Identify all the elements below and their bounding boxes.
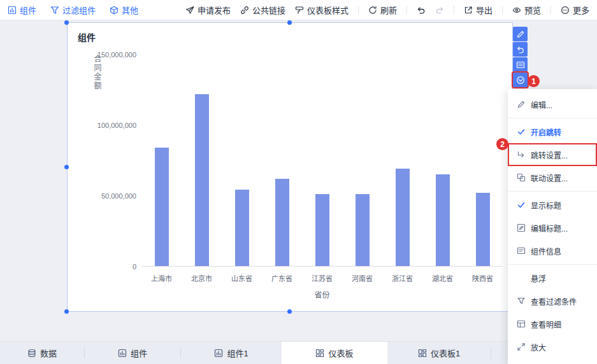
toolbar-divider — [454, 6, 454, 15]
tab-divider — [491, 347, 491, 358]
menu-item-edit-title[interactable]: 编辑标题... — [508, 216, 597, 239]
widget-icon — [8, 6, 17, 15]
menu-item-widget-info[interactable]: 组件信息 — [508, 239, 597, 262]
toolbar-divider — [550, 6, 551, 15]
menu-separator — [508, 264, 597, 265]
menu-item-edit[interactable]: 编辑... — [508, 93, 597, 116]
menu-item-float[interactable]: 悬浮 — [508, 267, 597, 290]
tab-label: 组件 — [131, 347, 147, 359]
menu-item-label: 显示标题 — [531, 200, 561, 211]
tab-dashboard1[interactable]: 仪表板1 — [387, 342, 491, 364]
redo-button[interactable] — [435, 6, 444, 15]
other-widgets-label: 其他 — [122, 4, 138, 16]
menu-item-zoom[interactable]: 放大 — [508, 335, 597, 358]
top-toolbar: 组件 过滤组件 其他 申请发布 公共链接 仪表板样式 刷新 — [0, 0, 597, 20]
menu-item-view-filters[interactable]: 查看过滤条件 — [508, 290, 597, 312]
x-category-label: 江苏省 — [302, 273, 342, 283]
tab-widget1[interactable]: 组件1 — [181, 342, 282, 364]
tab-label: 仪表板1 — [431, 347, 460, 359]
export-icon — [464, 6, 473, 15]
widget-card-button[interactable] — [513, 57, 528, 72]
tab-label: 仪表板 — [328, 347, 353, 359]
bar-上海市[interactable] — [155, 148, 169, 266]
y-tick-label: 50,000,000 — [101, 192, 136, 200]
add-widget-label: 组件 — [20, 4, 36, 16]
x-category-label: 湖北省 — [422, 273, 463, 283]
bar-column — [463, 55, 503, 266]
bar-column — [222, 55, 262, 266]
bar-江苏省[interactable] — [315, 194, 329, 266]
chart-component[interactable]: 组件 合同金额 050,000,000100,000,000150,000,00… — [67, 22, 513, 312]
bar-北京市[interactable] — [195, 94, 209, 266]
annotation-step-1: 1 — [528, 75, 540, 87]
widget-edit-button[interactable] — [513, 27, 528, 41]
tab-widget[interactable]: 组件 — [85, 342, 180, 364]
toolbar-right-group: 申请发布 公共链接 仪表板样式 刷新 导出 预览 — [185, 4, 589, 16]
bar-湖北省[interactable] — [436, 174, 450, 266]
y-tick-label: 100,000,000 — [97, 122, 136, 129]
menu-item-label: 放大 — [531, 342, 546, 353]
refresh-label: 刷新 — [380, 4, 397, 16]
tab-label: 数据 — [40, 347, 57, 359]
menu-item-label: 开启跳转 — [531, 127, 561, 137]
menu-item-view-details[interactable]: 查看明细 — [508, 312, 597, 335]
other-widgets-button[interactable]: 其他 — [110, 4, 138, 16]
more-icon — [561, 6, 570, 15]
table-icon — [517, 319, 526, 328]
tab-data[interactable]: 数据 — [0, 342, 84, 364]
menu-separator — [508, 191, 597, 192]
bar-山东省[interactable] — [235, 190, 249, 266]
widget-more-button[interactable] — [513, 73, 528, 87]
check-icon — [517, 200, 526, 209]
add-widget-button[interactable]: 组件 — [8, 4, 36, 16]
y-axis-ticks: 050,000,000100,000,000150,000,000 — [96, 55, 136, 267]
bar-浙江省[interactable] — [396, 169, 410, 266]
selection-handle-top-left[interactable] — [64, 20, 69, 25]
menu-item-linkage-settings[interactable]: 联动设置... — [508, 166, 597, 189]
preview-label: 预览 — [524, 4, 541, 16]
preview-button[interactable]: 预览 — [512, 4, 541, 16]
linkage-icon — [517, 173, 526, 182]
toolbar-divider — [406, 6, 407, 15]
info-card-icon — [517, 246, 526, 255]
more-button[interactable]: 更多 — [561, 4, 589, 16]
bar-column — [262, 55, 302, 266]
refresh-button[interactable]: 刷新 — [368, 4, 397, 16]
pencil-icon — [516, 30, 525, 39]
toolbar-left-group: 组件 过滤组件 其他 — [8, 4, 138, 16]
public-link-button[interactable]: 公共链接 — [240, 4, 285, 16]
dashboard-style-button[interactable]: 仪表板样式 — [295, 4, 349, 16]
selection-handle-left[interactable] — [64, 165, 69, 169]
annotation-step-2: 2 — [496, 138, 508, 150]
selection-handle-top-center[interactable] — [287, 20, 292, 25]
undo-button[interactable] — [417, 6, 426, 15]
selection-handle-bottom-left[interactable] — [64, 309, 69, 314]
toolbar-divider — [358, 6, 359, 15]
menu-item-show-title[interactable]: 显示标题 — [508, 193, 597, 216]
revert-icon — [516, 45, 525, 54]
add-filter-widget-button[interactable]: 过滤组件 — [50, 4, 96, 16]
add-filter-widget-label: 过滤组件 — [62, 4, 96, 16]
dashboard-icon — [418, 349, 427, 358]
bar-广东省[interactable] — [275, 179, 289, 266]
widget-revert-button[interactable] — [513, 42, 528, 57]
x-category-label: 上海市 — [141, 273, 182, 283]
export-button[interactable]: 导出 — [464, 4, 493, 16]
bar-column — [342, 55, 382, 266]
selection-handle-bottom-center[interactable] — [287, 309, 292, 314]
undo-icon — [417, 6, 426, 15]
edit-title-icon — [517, 223, 526, 232]
card-icon — [516, 60, 525, 69]
tab-dashboard[interactable]: 仪表板 — [282, 342, 387, 364]
bar-陕西省[interactable] — [476, 193, 490, 266]
menu-item-label: 组件信息 — [531, 246, 561, 256]
pencil-icon — [517, 100, 526, 109]
menu-item-jump-settings[interactable]: 跳转设置... — [508, 143, 597, 166]
apply-publish-button[interactable]: 申请发布 — [185, 4, 231, 16]
bar-column — [302, 55, 342, 266]
jump-arrow-icon — [517, 150, 526, 159]
menu-item-enable-jump[interactable]: 开启跳转 — [508, 120, 597, 143]
redo-icon — [435, 6, 444, 15]
menu-item-label: 跳转设置... — [531, 150, 568, 160]
bar-河南省[interactable] — [356, 194, 370, 266]
